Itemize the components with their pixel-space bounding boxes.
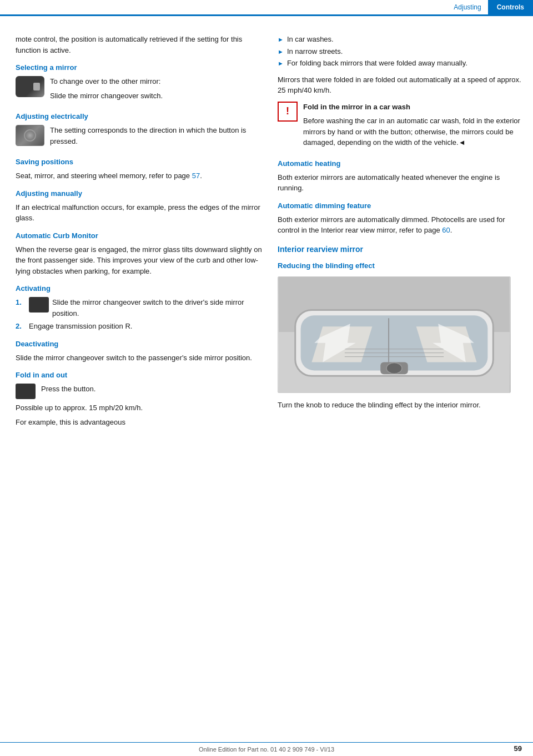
step1-number: 1. [16, 297, 27, 308]
footer-text: Online Edition for Part no. 01 40 2 909 … [199, 746, 334, 753]
warning-title: Fold in the mirror in a car wash [303, 102, 522, 113]
fold-text2: For example, this is advantageous [16, 417, 262, 428]
warning-box: ! Fold in the mirror in a car wash Befor… [278, 102, 522, 152]
step2-text: Engage transmission position R. [29, 321, 132, 332]
adjusting-manually-text: If an electrical malfunction occurs, for… [16, 202, 262, 224]
auto-dimming-heading: Automatic dimming feature [278, 201, 522, 210]
bullet-item-3: ► For folding back mirrors that were fol… [278, 58, 522, 69]
deactivating-text: Slide the mirror changeover switch to th… [16, 352, 262, 364]
page-number: 59 [514, 744, 522, 753]
bullet-arrow-3: ► [278, 59, 284, 68]
step1-text: Slide the mirror changeover switch to th… [52, 297, 262, 319]
mirror-image [278, 276, 511, 393]
advantages-list: ► In car washes. ► In narrow streets. ► … [278, 34, 522, 69]
activating-step1: 1. Slide the mirror changeover switch to… [16, 297, 262, 319]
saving-positions-heading: Saving positions [16, 158, 262, 166]
button-icon [16, 125, 44, 146]
page-footer: Online Edition for Part no. 01 40 2 909 … [0, 742, 533, 756]
auto-dimming-text: Both exterior mirrors are automatically … [278, 214, 522, 236]
bullet-item-1: ► In car washes. [278, 34, 522, 45]
fold-description: Mirrors that were folded in are folded o… [278, 74, 522, 96]
mirror-svg [278, 277, 510, 392]
adjusting-electrically-row: The setting corresponds to the direction… [16, 125, 262, 150]
step2-number: 2. [16, 321, 27, 332]
selecting-mirror-text: To change over to the other mirror: Slid… [50, 76, 163, 104]
saving-positions-link[interactable]: 57 [192, 172, 200, 180]
svg-point-8 [386, 362, 402, 374]
bullet-item-2: ► In narrow streets. [278, 46, 522, 57]
interior-rearview-heading: Interior rearview mirror [278, 245, 522, 254]
fold-inout-row: Press the button. [16, 384, 262, 399]
bullet-arrow-2: ► [278, 47, 284, 57]
adjusting-manually-heading: Adjusting manually [16, 189, 262, 198]
fold-icon-text: Press the button. [41, 384, 95, 395]
fold-inout-heading: Fold in and out [16, 371, 262, 379]
selecting-mirror-row: To change over to the other mirror: Slid… [16, 76, 262, 104]
auto-heating-heading: Automatic heating [278, 159, 522, 168]
main-content: mote control, the position is automatica… [0, 24, 533, 431]
header-adjusting-label: Adjusting [447, 0, 487, 14]
warning-content: Fold in the mirror in a car wash Before … [303, 102, 522, 152]
fold-icon [16, 384, 36, 399]
intro-text: mote control, the position is automatica… [16, 34, 262, 56]
deactivating-heading: Deactivating [16, 340, 262, 348]
mirror-switch-icon [16, 76, 44, 97]
header-divider [0, 16, 533, 16]
page-header: Adjusting Controls [0, 0, 533, 16]
bullet-arrow-1: ► [278, 35, 284, 44]
left-column: mote control, the position is automatica… [0, 34, 272, 431]
activating-step2: 2. Engage transmission position R. [16, 321, 262, 332]
warning-text: Before washing the car in an automatic c… [303, 115, 522, 148]
activating-list: 1. Slide the mirror changeover switch to… [16, 297, 262, 332]
right-column: ► In car washes. ► In narrow streets. ► … [272, 34, 533, 431]
header-controls-label: Controls [488, 0, 533, 14]
auto-dimming-link[interactable]: 60 [442, 226, 450, 234]
adjusting-electrically-text: The setting corresponds to the direction… [50, 125, 262, 147]
activating-heading: Activating [16, 284, 262, 293]
auto-heating-text: Both exterior mirrors are automatically … [278, 172, 522, 194]
selecting-mirror-heading: Selecting a mirror [16, 63, 262, 72]
warning-icon: ! [278, 102, 298, 122]
saving-positions-text: Seat, mirror, and steering wheel memory,… [16, 170, 262, 182]
fold-text1: Possible up to approx. 15 mph/20 km/h. [16, 402, 262, 414]
reducing-blinding-heading: Reducing the blinding effect [278, 261, 522, 270]
adjusting-electrically-heading: Adjusting electrically [16, 112, 262, 120]
reducing-blinding-caption: Turn the knob to reduce the blinding eff… [278, 400, 522, 411]
automatic-curb-heading: Automatic Curb Monitor [16, 231, 262, 240]
step1-icon [29, 297, 49, 313]
automatic-curb-text: When the reverse gear is engaged, the mi… [16, 244, 262, 277]
